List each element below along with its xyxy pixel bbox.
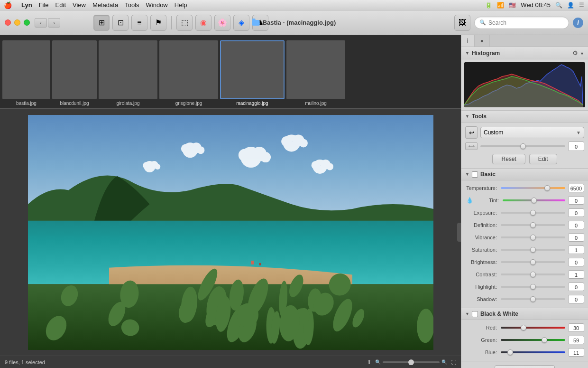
- flag-button[interactable]: ⚑: [150, 15, 166, 31]
- bw-thumb-0[interactable]: [521, 325, 526, 330]
- tint-track[interactable]: [503, 199, 565, 201]
- menu-window[interactable]: Window: [146, 1, 168, 9]
- zoom-out-icon[interactable]: 🔍: [375, 359, 381, 365]
- thumb-7[interactable]: [530, 296, 536, 302]
- chevron-icon: ▼: [580, 51, 584, 56]
- menu-edit[interactable]: Edit: [55, 1, 66, 9]
- bw-rows-container: Red: 30 Green: 59 Blue: 11: [465, 322, 584, 358]
- zoom-slider[interactable]: [383, 361, 440, 363]
- track-6[interactable]: [501, 286, 565, 288]
- forward-button[interactable]: ›: [48, 18, 60, 28]
- track-4[interactable]: [501, 261, 565, 263]
- label-7: Shadow:: [465, 296, 501, 302]
- back-button[interactable]: ‹: [35, 18, 47, 28]
- thumbnail-bastia[interactable]: bastia.jpg: [2, 40, 50, 108]
- info-button[interactable]: i: [573, 18, 583, 28]
- straighten-thumb[interactable]: [520, 143, 526, 149]
- thumbnail-macinaggio[interactable]: macinaggio.jpg: [220, 40, 285, 108]
- crop-icon-button[interactable]: ↩: [465, 126, 478, 139]
- edit-button[interactable]: Edit: [529, 154, 557, 164]
- bw-checkbox[interactable]: [472, 311, 478, 317]
- menu-help[interactable]: Help: [175, 1, 187, 9]
- menu-view[interactable]: View: [73, 1, 86, 9]
- histogram-area: [464, 62, 585, 107]
- revert-button[interactable]: Revert to Original: [495, 365, 555, 368]
- histogram-section: i ● ▼ Histogram ⚙ ▼: [461, 35, 588, 111]
- photos-button[interactable]: 🌸: [214, 15, 230, 31]
- bw-thumb-2[interactable]: [507, 349, 513, 355]
- thumb-label-blancdunil: blancdunil.jpg: [60, 101, 89, 106]
- crop-view-button[interactable]: ⊡: [112, 15, 129, 31]
- track-3[interactable]: [501, 249, 565, 251]
- account-icon[interactable]: 👤: [567, 2, 574, 9]
- search-box[interactable]: 🔍: [474, 17, 569, 29]
- bw-header[interactable]: ▼ Black & White: [461, 308, 588, 320]
- fullscreen-icon[interactable]: ⛶: [451, 359, 456, 365]
- list-view-button[interactable]: ≡: [131, 15, 147, 31]
- preset-select[interactable]: Custom ▼: [480, 127, 584, 138]
- apple-menu[interactable]: 🍎: [4, 1, 12, 9]
- search-input[interactable]: [488, 19, 564, 26]
- drag-handle[interactable]: [457, 223, 461, 242]
- temperature-thumb[interactable]: [544, 185, 550, 191]
- minimize-button[interactable]: [14, 19, 20, 26]
- thumb-5[interactable]: [530, 272, 536, 277]
- lasso-button[interactable]: ⬚: [176, 15, 193, 31]
- thumb-4[interactable]: [530, 259, 536, 265]
- tint-thumb[interactable]: [531, 198, 537, 203]
- histogram-header[interactable]: ▼ Histogram ⚙ ▼: [461, 47, 588, 59]
- thumb-3[interactable]: [530, 247, 536, 253]
- thumb-2[interactable]: [530, 235, 536, 240]
- search-icon: 🔍: [479, 19, 486, 26]
- track-0[interactable]: [501, 212, 565, 214]
- bw-track-2[interactable]: [501, 351, 565, 353]
- thumbnail-mulino[interactable]: mulino.jpg: [286, 40, 345, 108]
- thumb-1[interactable]: [530, 222, 536, 228]
- basic-header[interactable]: ▼ Basic: [461, 169, 588, 180]
- thumb-img-grisgione: [159, 40, 218, 99]
- menu-file[interactable]: File: [39, 1, 49, 9]
- share-icon[interactable]: ⬆: [367, 359, 371, 365]
- main-photo[interactable]: [0, 109, 461, 356]
- tab-info[interactable]: i: [461, 35, 475, 47]
- close-button[interactable]: [5, 19, 11, 26]
- list-icon[interactable]: ☰: [579, 2, 584, 9]
- track-7[interactable]: [501, 298, 565, 300]
- thumb-0[interactable]: [530, 210, 536, 216]
- eyedropper-icon-button[interactable]: 💧: [465, 196, 474, 205]
- search-menu-icon[interactable]: 🔍: [555, 2, 562, 9]
- fullscreen-button[interactable]: [24, 19, 30, 26]
- bw-track-1[interactable]: [501, 339, 565, 341]
- thumbnail-girolata[interactable]: girolata.jpg: [99, 40, 157, 108]
- value-4: 0: [568, 258, 584, 266]
- basic-checkbox[interactable]: [472, 171, 478, 178]
- photo-display-button[interactable]: 🖼: [454, 15, 470, 31]
- bw-thumb-1[interactable]: [542, 337, 547, 343]
- tools-header[interactable]: ▼ Tools: [461, 111, 588, 123]
- zoom-handle[interactable]: [408, 359, 414, 365]
- bw-slider-wrap-0: [501, 323, 565, 332]
- track-1[interactable]: [501, 224, 565, 226]
- menu-tools[interactable]: Tools: [125, 1, 139, 9]
- bw-label-2: Blue:: [465, 349, 501, 355]
- reset-button[interactable]: Reset: [492, 154, 525, 164]
- bw-label-0: Red:: [465, 325, 501, 330]
- track-5[interactable]: [501, 274, 565, 275]
- straighten-slider[interactable]: [480, 145, 565, 147]
- color-wheel-button[interactable]: ◉: [195, 15, 211, 31]
- thumb-6[interactable]: [530, 284, 536, 290]
- thumbnail-grisgione[interactable]: grisgione.jpg: [159, 40, 218, 108]
- temperature-track[interactable]: [501, 187, 565, 189]
- thumbnail-blancdunil[interactable]: blancdunil.jpg: [52, 40, 97, 108]
- value-2: 0: [568, 233, 584, 242]
- flag-icon: 🇺🇸: [509, 2, 516, 9]
- tab-color[interactable]: ●: [475, 35, 490, 47]
- bw-track-0[interactable]: [501, 327, 565, 329]
- track-2[interactable]: [501, 236, 565, 238]
- zoom-in-icon[interactable]: 🔍: [441, 359, 447, 365]
- grid-view-button[interactable]: ⊞: [93, 15, 110, 31]
- app-name-menu[interactable]: Lyn: [21, 1, 32, 9]
- menu-metadata[interactable]: Metadata: [92, 1, 118, 9]
- histogram-gear[interactable]: ⚙ ▼: [572, 49, 584, 57]
- dropbox-button[interactable]: ◈: [233, 15, 249, 31]
